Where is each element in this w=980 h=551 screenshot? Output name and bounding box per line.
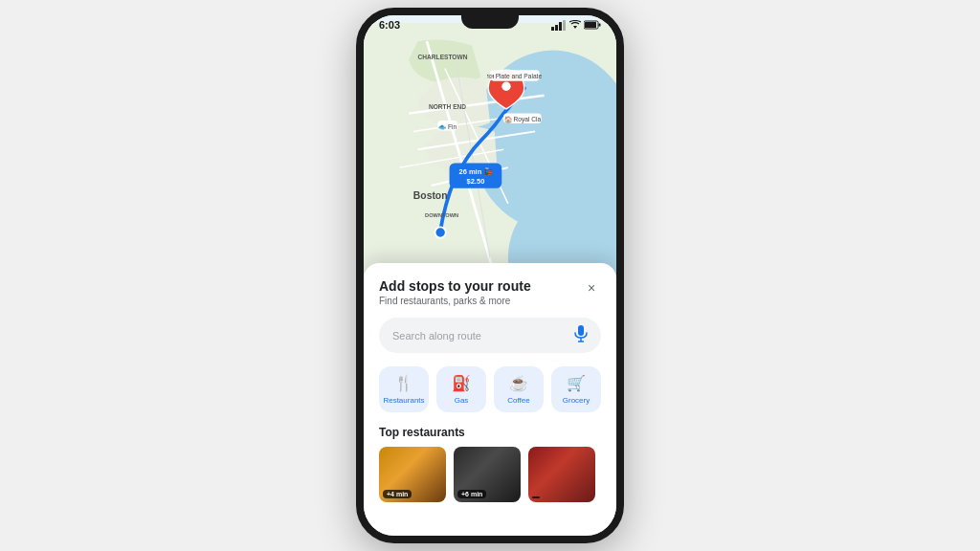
restaurants-icon: 🍴: [394, 374, 413, 392]
svg-point-19: [434, 227, 445, 237]
sheet-header-text: Add stops to your route Find restaurants…: [379, 278, 531, 306]
microphone-icon[interactable]: [574, 325, 588, 345]
search-placeholder: Search along route: [392, 330, 574, 342]
restaurant-time-badge-3: [532, 496, 540, 498]
svg-text:NORTH END: NORTH END: [429, 103, 466, 110]
sheet-subtitle: Find restaurants, parks & more: [379, 296, 531, 306]
restaurant-cards-row: +4 min +6 min: [379, 447, 601, 502]
status-icons: [551, 20, 601, 31]
close-button[interactable]: ×: [582, 278, 601, 298]
map-area: 26 min 🚂 $2.50 CHARLESTOWN NORTH END Bos…: [364, 15, 616, 293]
restaurants-label: Restaurants: [383, 396, 424, 405]
restaurant-card-1[interactable]: +4 min: [379, 447, 446, 502]
svg-text:🐟 Fin: 🐟 Fin: [438, 122, 457, 131]
status-time: 6:03: [379, 19, 400, 31]
svg-rect-3: [563, 20, 566, 31]
svg-text:DOWNTOWN: DOWNTOWN: [425, 212, 458, 218]
svg-text:26 min 🚂: 26 min 🚂: [458, 167, 493, 176]
categories-row: 🍴 Restaurants ⛽ Gas ☕ Coffee 🛒 Grocery: [379, 366, 601, 412]
coffee-label: Coffee: [507, 396, 529, 405]
map-svg: 26 min 🚂 $2.50 CHARLESTOWN NORTH END Bos…: [364, 15, 616, 293]
restaurant-card-3[interactable]: [528, 447, 595, 502]
restaurant-image-3: [528, 447, 595, 502]
svg-rect-2: [559, 22, 562, 31]
svg-text:$2.50: $2.50: [466, 177, 484, 186]
signal-icon: [551, 20, 567, 31]
category-gas[interactable]: ⛽ Gas: [436, 366, 486, 412]
svg-rect-34: [578, 325, 584, 336]
svg-rect-1: [555, 25, 558, 31]
svg-rect-7: [599, 24, 601, 27]
gas-label: Gas: [455, 396, 469, 405]
gas-icon: ⛽: [452, 374, 471, 392]
wifi-icon: [569, 20, 581, 30]
battery-icon: [584, 20, 601, 30]
restaurant-time-badge-1: +4 min: [383, 490, 412, 498]
category-restaurants[interactable]: 🍴 Restaurants: [379, 366, 429, 412]
svg-rect-0: [551, 27, 554, 31]
restaurant-card-2[interactable]: +6 min: [454, 447, 521, 502]
svg-text:🏠 Royal Cla: 🏠 Royal Cla: [504, 115, 542, 123]
svg-text:CHARLESTOWN: CHARLESTOWN: [418, 54, 468, 60]
grocery-icon: 🛒: [567, 374, 586, 392]
bottom-sheet: Add stops to your route Find restaurants…: [364, 263, 616, 536]
search-bar[interactable]: Search along route: [379, 318, 601, 353]
sheet-title: Add stops to your route: [379, 278, 531, 294]
phone-frame: 6:03: [356, 8, 624, 543]
phone-notch: [461, 15, 519, 29]
svg-marker-4: [573, 26, 577, 29]
restaurant-time-badge-2: +6 min: [457, 490, 486, 498]
category-grocery[interactable]: 🛒 Grocery: [551, 366, 601, 412]
top-restaurants-title: Top restaurants: [379, 426, 601, 439]
sheet-header: Add stops to your route Find restaurants…: [379, 278, 601, 306]
category-coffee[interactable]: ☕ Coffee: [494, 366, 544, 412]
svg-point-20: [501, 82, 510, 91]
grocery-label: Grocery: [563, 396, 590, 405]
svg-text:Boston: Boston: [413, 190, 448, 201]
svg-text:🍽 Plate and Palate: 🍽 Plate and Palate: [487, 73, 543, 79]
svg-rect-6: [585, 22, 596, 28]
coffee-icon: ☕: [509, 374, 528, 392]
